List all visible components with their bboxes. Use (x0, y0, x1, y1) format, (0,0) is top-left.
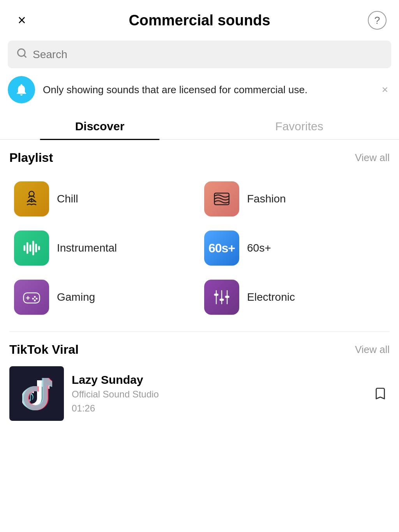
section-divider (9, 331, 390, 332)
svg-rect-25 (225, 296, 229, 298)
viral-info: Lazy Sunday Official Sound Studio 01:26 (72, 373, 363, 414)
svg-rect-8 (26, 242, 28, 254)
viral-artist: Official Sound Studio (72, 389, 363, 400)
tiktok-viral-view-all[interactable]: View all (355, 344, 390, 356)
notice-text: Only showing sounds that are licensed fo… (43, 83, 371, 97)
svg-rect-23 (214, 294, 218, 296)
svg-rect-10 (32, 241, 34, 255)
header: × Commercial sounds ? (0, 0, 399, 37)
tab-favorites[interactable]: Favorites (200, 113, 399, 139)
electronic-icon (204, 280, 239, 315)
instrumental-label: Instrumental (57, 242, 117, 254)
playlist-section-header: Playlist View all (0, 151, 399, 174)
close-button[interactable]: × (12, 11, 31, 30)
search-bar[interactable] (8, 41, 391, 68)
svg-rect-12 (38, 246, 40, 250)
svg-rect-11 (35, 244, 37, 252)
notice-banner: Only showing sounds that are licensed fo… (8, 76, 391, 103)
60s-label: 60s+ (247, 242, 271, 254)
svg-point-17 (36, 298, 38, 300)
playlist-title: Playlist (9, 151, 53, 165)
viral-song-title: Lazy Sunday (72, 373, 363, 387)
gaming-icon (14, 280, 49, 315)
gaming-label: Gaming (57, 291, 95, 303)
playlist-item-electronic[interactable]: Electronic (200, 273, 390, 322)
notice-close-button[interactable]: × (379, 80, 391, 99)
svg-line-1 (24, 55, 26, 57)
bookmark-button[interactable] (371, 384, 390, 403)
chill-icon (14, 181, 49, 216)
svg-point-19 (34, 300, 36, 301)
viral-duration: 01:26 (72, 403, 363, 414)
instrumental-icon (14, 231, 49, 266)
playlist-view-all[interactable]: View all (355, 152, 390, 164)
chill-label: Chill (57, 193, 78, 205)
tiktok-viral-section-header: TikTok Viral View all (0, 342, 399, 366)
tiktok-viral-title: TikTok Viral (9, 342, 79, 357)
playlist-item-60s[interactable]: 60s+ 60s+ (200, 223, 390, 273)
fashion-icon (204, 181, 239, 216)
viral-thumbnail: ♪ (9, 366, 64, 421)
svg-point-16 (34, 296, 36, 298)
svg-rect-9 (29, 245, 31, 252)
page-title: Commercial sounds (31, 12, 368, 29)
playlist-item-gaming[interactable]: Gaming (9, 273, 200, 322)
playlist-grid: Chill Fashion Instrumenta (0, 174, 399, 322)
viral-item-lazy-sunday[interactable]: ♪ Lazy Sunday Official Sound Studio 01:2… (0, 366, 399, 429)
60s-icon: 60s+ (204, 231, 239, 266)
tab-discover[interactable]: Discover (0, 113, 200, 139)
svg-rect-7 (23, 245, 25, 251)
notice-icon (8, 76, 35, 103)
playlist-item-instrumental[interactable]: Instrumental (9, 223, 200, 273)
svg-rect-24 (219, 299, 224, 301)
playlist-item-chill[interactable]: Chill (9, 174, 200, 223)
fashion-label: Fashion (247, 193, 286, 205)
help-button[interactable]: ? (368, 11, 387, 30)
playlist-item-fashion[interactable]: Fashion (200, 174, 390, 223)
svg-point-18 (32, 298, 34, 300)
search-icon (16, 48, 27, 61)
electronic-label: Electronic (247, 291, 295, 303)
tabs: Discover Favorites (0, 113, 399, 140)
search-input[interactable] (33, 48, 383, 61)
